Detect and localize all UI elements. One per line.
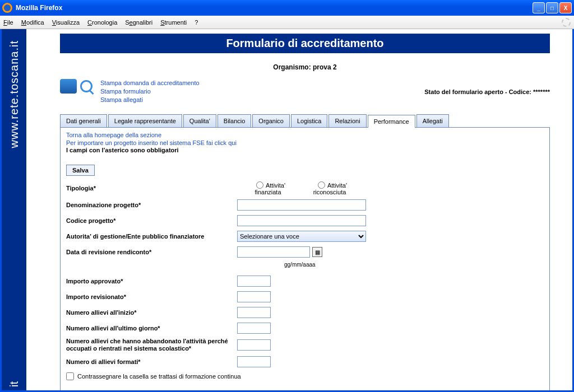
tab-qualita[interactable]: Qualita' — [183, 114, 216, 127]
checkbox-formazione-continua[interactable] — [66, 372, 74, 380]
tab-bilancio[interactable]: Bilancio — [217, 114, 252, 127]
status-line: Stato del formulario aperto - Codice: **… — [424, 88, 550, 95]
label-allievi-fine: Numero allievi all'ultimo giorno* — [66, 325, 237, 332]
calendar-icon[interactable]: ▦ — [312, 247, 322, 257]
sidebar-suffix: it — [8, 381, 21, 387]
tipologia-radio-group: Attivita' finanziata Attivita' riconosci… — [237, 181, 360, 195]
label-tipologia: Tipologia* — [66, 185, 237, 192]
input-codice[interactable] — [237, 215, 366, 226]
label-importo-rev: Importo revisionato* — [66, 293, 237, 301]
tab-organico[interactable]: Organico — [252, 114, 290, 127]
menu-segnalibri[interactable]: Segnalibri — [125, 19, 152, 26]
firefox-icon — [2, 3, 12, 13]
select-autorita[interactable]: Selezionare una voce — [237, 231, 366, 242]
content-wrap: www.rete.toscana.it it Formulario di acc… — [0, 29, 574, 392]
label-codice: Codice progetto* — [66, 217, 237, 225]
menu-visualizza[interactable]: Visualizza — [52, 19, 80, 26]
icon-block — [60, 79, 92, 94]
label-autorita: Autorita' di gestione/Ente pubblico fina… — [66, 233, 237, 240]
menubar: File Modifica Visualizza Cronologia Segn… — [0, 16, 574, 29]
link-list: Stampa domanda di accreditamento Stampa … — [100, 79, 200, 104]
tab-legale[interactable]: Legale rappresentante — [108, 114, 182, 127]
header-row: Stampa domanda di accreditamento Stampa … — [60, 79, 550, 104]
maximize-button[interactable]: □ — [546, 2, 558, 13]
input-allievi-formati[interactable] — [237, 356, 271, 367]
radio-riconosciuta-lbl2: riconosciuta — [313, 189, 346, 195]
throbber-icon — [562, 18, 571, 27]
org-line: Organismo: prova 2 — [60, 63, 550, 71]
firefox-window: Mozilla Firefox _ □ X File Modifica Visu… — [0, 0, 574, 392]
sidebar-domain: www.rete.toscana.it — [8, 40, 21, 148]
link-import-fse[interactable]: Per importare un progetto inserito nel s… — [66, 139, 544, 147]
checkbox-label: Contrassegnare la casella se trattasi di… — [77, 373, 241, 380]
close-button[interactable]: X — [559, 2, 572, 13]
tab-relazioni[interactable]: Relazioni — [328, 114, 366, 127]
input-importo-approvato[interactable] — [237, 276, 271, 287]
radio-finanziata-lbl1: Attivita' — [266, 182, 285, 189]
radio-finanziata-lbl2: finanziata — [254, 189, 281, 195]
page-scroll[interactable]: Formulario di accreditamento Organismo: … — [26, 29, 572, 390]
radio-finanziata[interactable] — [256, 181, 263, 189]
menu-file[interactable]: File — [3, 19, 13, 26]
tab-performance[interactable]: Performance — [368, 115, 415, 128]
sidebar: www.rete.toscana.it it — [2, 29, 26, 390]
titlebar: Mozilla Firefox _ □ X — [0, 0, 574, 16]
link-stampa-allegati[interactable]: Stampa allegati — [100, 96, 200, 104]
label-allievi-abbandono: Numero allievi che hanno abbandonato l'a… — [66, 338, 237, 352]
radio-riconosciuta-lbl1: Attivita' — [327, 182, 347, 189]
label-allievi-inizio: Numero allievi all'inizio* — [66, 309, 237, 316]
page-title: Formulario di accreditamento — [60, 34, 550, 53]
minimize-button[interactable]: _ — [533, 2, 545, 13]
tab-logistica[interactable]: Logistica — [291, 114, 327, 127]
link-stampa-domanda[interactable]: Stampa domanda di accreditamento — [100, 79, 200, 87]
label-allievi-formati: Numero di allievi formati* — [66, 358, 237, 366]
mandatory-note: I campi con l'asterico sono obbligatori — [66, 147, 544, 153]
date-hint: gg/mm/aaaa — [284, 262, 316, 268]
menu-strumenti[interactable]: Strumenti — [160, 19, 187, 26]
window-title: Mozilla Firefox — [16, 4, 62, 12]
input-denominazione[interactable] — [237, 199, 366, 211]
input-allievi-ultimo[interactable] — [237, 323, 271, 334]
link-home-sezione[interactable]: Torna alla homepage della sezione — [66, 131, 544, 139]
label-importo-app: Importo approvato* — [66, 278, 237, 285]
magnifier-icon — [80, 80, 92, 92]
input-data-revisione[interactable] — [237, 246, 310, 258]
tab-panel: Torna alla homepage della sezione Per im… — [60, 128, 550, 390]
menu-help[interactable]: ? — [195, 19, 198, 26]
label-data-revisione: Data di revisione rendiconto* — [66, 249, 237, 256]
menu-modifica[interactable]: Modifica — [21, 19, 44, 26]
link-stampa-formulario[interactable]: Stampa formulario — [100, 87, 200, 96]
tab-dati-generali[interactable]: Dati generali — [60, 114, 107, 127]
input-allievi-inizio[interactable] — [237, 307, 271, 318]
menu-cronologia[interactable]: Cronologia — [87, 19, 117, 26]
tab-allegati[interactable]: Allegati — [416, 114, 449, 127]
tabs: Dati generali Legale rappresentante Qual… — [60, 114, 550, 128]
input-importo-revisionato[interactable] — [237, 291, 271, 302]
input-allievi-abbandono[interactable] — [237, 339, 271, 351]
printer-icon — [60, 79, 77, 94]
save-button[interactable]: Salva — [66, 165, 95, 176]
radio-riconosciuta[interactable] — [318, 181, 325, 189]
label-denominazione: Denominazione progetto* — [66, 202, 237, 209]
